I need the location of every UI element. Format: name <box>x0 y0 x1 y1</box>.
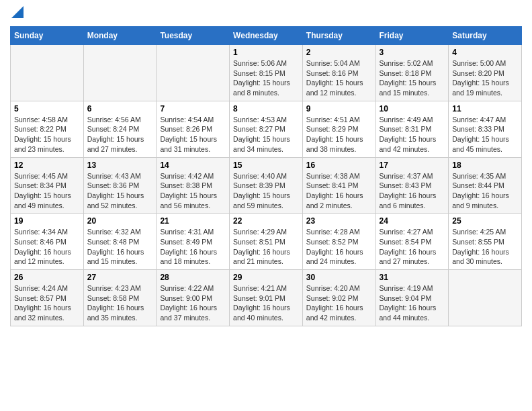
day-cell: 10Sunrise: 4:49 AMSunset: 8:31 PMDayligh… <box>375 101 449 157</box>
day-info: Sunrise: 4:20 AMSunset: 9:02 PMDaylight:… <box>306 283 372 323</box>
logo-triangle-icon <box>11 6 24 18</box>
day-cell: 5Sunrise: 4:58 AMSunset: 8:22 PMDaylight… <box>11 101 84 157</box>
day-number: 7 <box>160 104 226 113</box>
week-row-4: 19Sunrise: 4:34 AMSunset: 8:46 PMDayligh… <box>11 214 522 270</box>
day-cell: 15Sunrise: 4:40 AMSunset: 8:39 PMDayligh… <box>230 157 303 214</box>
day-cell: 21Sunrise: 4:31 AMSunset: 8:49 PMDayligh… <box>157 214 230 270</box>
day-number: 15 <box>233 161 299 170</box>
day-info: Sunrise: 4:28 AMSunset: 8:52 PMDaylight:… <box>306 227 372 267</box>
day-info: Sunrise: 4:43 AMSunset: 8:36 PMDaylight:… <box>87 171 153 211</box>
day-cell: 12Sunrise: 4:45 AMSunset: 8:34 PMDayligh… <box>11 157 84 214</box>
day-info: Sunrise: 4:27 AMSunset: 8:54 PMDaylight:… <box>380 227 445 267</box>
col-header-friday: Friday <box>375 27 449 45</box>
day-number: 30 <box>306 273 372 282</box>
day-number: 20 <box>87 216 153 226</box>
day-cell: 29Sunrise: 4:21 AMSunset: 9:01 PMDayligh… <box>230 270 303 326</box>
col-header-monday: Monday <box>83 27 157 45</box>
day-cell: 22Sunrise: 4:29 AMSunset: 8:51 PMDayligh… <box>230 214 303 270</box>
day-number: 2 <box>306 48 372 57</box>
day-number: 25 <box>452 216 518 226</box>
day-number: 28 <box>160 273 226 282</box>
day-cell <box>157 45 230 101</box>
day-number: 4 <box>452 48 518 57</box>
col-header-sunday: Sunday <box>11 27 84 45</box>
day-number: 6 <box>87 104 153 113</box>
day-number: 16 <box>306 161 372 170</box>
col-header-tuesday: Tuesday <box>157 27 230 45</box>
day-info: Sunrise: 4:40 AMSunset: 8:39 PMDaylight:… <box>233 171 299 211</box>
day-number: 3 <box>380 48 445 57</box>
day-cell: 4Sunrise: 5:00 AMSunset: 8:20 PMDaylight… <box>449 45 522 101</box>
day-info: Sunrise: 4:19 AMSunset: 9:04 PMDaylight:… <box>380 283 445 323</box>
day-cell: 17Sunrise: 4:37 AMSunset: 8:43 PMDayligh… <box>375 157 449 214</box>
day-info: Sunrise: 4:58 AMSunset: 8:22 PMDaylight:… <box>14 115 80 154</box>
day-cell: 23Sunrise: 4:28 AMSunset: 8:52 PMDayligh… <box>302 214 375 270</box>
day-number: 13 <box>87 161 153 170</box>
day-number: 31 <box>380 273 445 282</box>
day-cell: 11Sunrise: 4:47 AMSunset: 8:33 PMDayligh… <box>449 101 522 157</box>
day-info: Sunrise: 4:38 AMSunset: 8:41 PMDaylight:… <box>306 171 372 211</box>
day-cell <box>11 45 84 101</box>
day-info: Sunrise: 4:54 AMSunset: 8:26 PMDaylight:… <box>160 115 226 154</box>
day-number: 5 <box>14 104 80 113</box>
day-info: Sunrise: 4:42 AMSunset: 8:38 PMDaylight:… <box>160 171 226 211</box>
day-number: 23 <box>306 216 372 226</box>
day-number: 21 <box>160 216 226 226</box>
day-info: Sunrise: 4:47 AMSunset: 8:33 PMDaylight:… <box>452 115 518 154</box>
week-row-3: 12Sunrise: 4:45 AMSunset: 8:34 PMDayligh… <box>11 157 522 214</box>
day-cell: 9Sunrise: 4:51 AMSunset: 8:29 PMDaylight… <box>302 101 375 157</box>
day-info: Sunrise: 4:51 AMSunset: 8:29 PMDaylight:… <box>306 115 372 154</box>
day-cell: 3Sunrise: 5:02 AMSunset: 8:18 PMDaylight… <box>375 45 449 101</box>
day-cell <box>83 45 157 101</box>
calendar-table: SundayMondayTuesdayWednesdayThursdayFrid… <box>10 26 522 326</box>
day-number: 27 <box>87 273 153 282</box>
day-number: 17 <box>380 161 445 170</box>
day-info: Sunrise: 4:49 AMSunset: 8:31 PMDaylight:… <box>380 115 445 154</box>
day-number: 18 <box>452 161 518 170</box>
day-number: 26 <box>14 273 80 282</box>
col-header-thursday: Thursday <box>302 27 375 45</box>
day-cell: 26Sunrise: 4:24 AMSunset: 8:57 PMDayligh… <box>11 270 84 326</box>
day-info: Sunrise: 4:31 AMSunset: 8:49 PMDaylight:… <box>160 227 226 267</box>
day-cell: 30Sunrise: 4:20 AMSunset: 9:02 PMDayligh… <box>302 270 375 326</box>
day-info: Sunrise: 4:24 AMSunset: 8:57 PMDaylight:… <box>14 283 80 323</box>
day-cell: 2Sunrise: 5:04 AMSunset: 8:16 PMDaylight… <box>302 45 375 101</box>
day-cell: 6Sunrise: 4:56 AMSunset: 8:24 PMDaylight… <box>83 101 157 157</box>
day-cell: 1Sunrise: 5:06 AMSunset: 8:15 PMDaylight… <box>230 45 303 101</box>
col-header-wednesday: Wednesday <box>230 27 303 45</box>
day-cell <box>449 270 522 326</box>
day-cell: 28Sunrise: 4:22 AMSunset: 9:00 PMDayligh… <box>157 270 230 326</box>
day-cell: 20Sunrise: 4:32 AMSunset: 8:48 PMDayligh… <box>83 214 157 270</box>
day-number: 24 <box>380 216 445 226</box>
day-cell: 18Sunrise: 4:35 AMSunset: 8:44 PMDayligh… <box>449 157 522 214</box>
day-info: Sunrise: 5:00 AMSunset: 8:20 PMDaylight:… <box>452 58 518 98</box>
day-number: 14 <box>160 161 226 170</box>
day-info: Sunrise: 4:29 AMSunset: 8:51 PMDaylight:… <box>233 227 299 267</box>
day-info: Sunrise: 5:02 AMSunset: 8:18 PMDaylight:… <box>380 58 445 98</box>
day-info: Sunrise: 4:56 AMSunset: 8:24 PMDaylight:… <box>87 115 153 154</box>
day-number: 10 <box>380 104 445 113</box>
day-info: Sunrise: 4:32 AMSunset: 8:48 PMDaylight:… <box>87 227 153 267</box>
day-info: Sunrise: 4:37 AMSunset: 8:43 PMDaylight:… <box>380 171 445 211</box>
page-header <box>10 10 522 18</box>
day-info: Sunrise: 4:45 AMSunset: 8:34 PMDaylight:… <box>14 171 80 211</box>
logo <box>10 10 24 18</box>
day-cell: 13Sunrise: 4:43 AMSunset: 8:36 PMDayligh… <box>83 157 157 214</box>
week-row-5: 26Sunrise: 4:24 AMSunset: 8:57 PMDayligh… <box>11 270 522 326</box>
day-number: 22 <box>233 216 299 226</box>
day-number: 29 <box>233 273 299 282</box>
day-cell: 14Sunrise: 4:42 AMSunset: 8:38 PMDayligh… <box>157 157 230 214</box>
day-number: 12 <box>14 161 80 170</box>
day-number: 1 <box>233 48 299 57</box>
day-info: Sunrise: 4:53 AMSunset: 8:27 PMDaylight:… <box>233 115 299 154</box>
week-row-2: 5Sunrise: 4:58 AMSunset: 8:22 PMDaylight… <box>11 101 522 157</box>
day-info: Sunrise: 4:34 AMSunset: 8:46 PMDaylight:… <box>14 227 80 267</box>
day-cell: 7Sunrise: 4:54 AMSunset: 8:26 PMDaylight… <box>157 101 230 157</box>
day-info: Sunrise: 5:06 AMSunset: 8:15 PMDaylight:… <box>233 58 299 98</box>
day-number: 9 <box>306 104 372 113</box>
day-info: Sunrise: 4:25 AMSunset: 8:55 PMDaylight:… <box>452 227 518 267</box>
day-info: Sunrise: 4:22 AMSunset: 9:00 PMDaylight:… <box>160 283 226 323</box>
day-info: Sunrise: 4:23 AMSunset: 8:58 PMDaylight:… <box>87 283 153 323</box>
day-number: 19 <box>14 216 80 226</box>
day-number: 8 <box>233 104 299 113</box>
